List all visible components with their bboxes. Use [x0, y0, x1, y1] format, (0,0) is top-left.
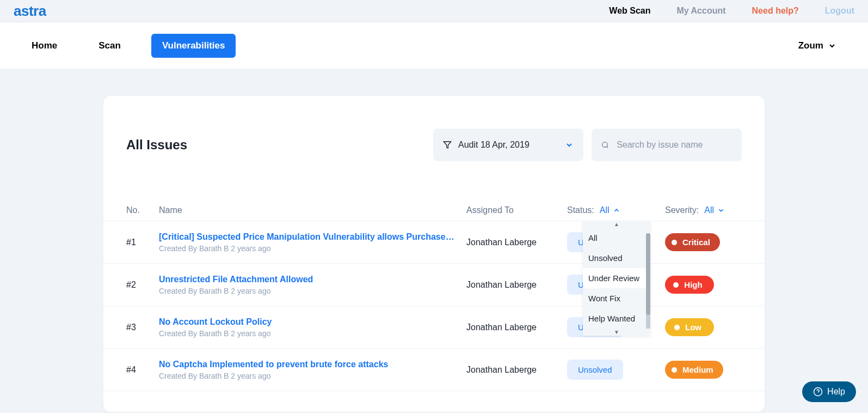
account-name: Zoum [798, 40, 823, 51]
dropdown-scrollbar[interactable] [646, 233, 650, 329]
severity-pill: Medium [665, 361, 723, 379]
svg-point-1 [602, 142, 607, 147]
dropdown-option[interactable]: Help Wanted [583, 308, 650, 329]
top-header: astra Web Scan My Account Need help? Log… [0, 0, 868, 22]
card-controls: Audit 18 Apr, 2019 [433, 129, 742, 161]
tab-scan[interactable]: Scan [88, 34, 132, 58]
issue-meta: Created By Barath B 2 years ago [159, 244, 455, 253]
issue-meta: Created By Barath B 2 years ago [159, 329, 455, 338]
chevron-up-icon [613, 206, 620, 214]
dropdown-option[interactable]: Under Review [583, 268, 650, 288]
assigned-to: Jonathan Laberge [466, 238, 567, 247]
table-header-row: No. Name Assigned To Status: All Severit… [103, 199, 765, 221]
row-number: #1 [126, 238, 159, 247]
scroll-down-arrow[interactable]: ▼ [583, 329, 650, 336]
status-label: Status: [567, 205, 594, 215]
assigned-to: Jonathan Laberge [466, 323, 567, 332]
severity-cell: High [665, 276, 741, 294]
nav-need-help[interactable]: Need help? [752, 6, 799, 16]
svg-line-2 [607, 147, 608, 148]
severity-pill: High [665, 276, 714, 294]
issues-card: All Issues Audit 18 Apr, 2019 No. Name A… [103, 96, 765, 412]
issue-meta: Created By Barath B 2 years ago [159, 287, 455, 295]
search-box[interactable] [592, 129, 742, 161]
severity-label: Severity: [665, 205, 699, 215]
chevron-down-icon [565, 141, 574, 149]
severity-pill: Critical [665, 233, 720, 251]
audit-filter-text: Audit 18 Apr, 2019 [458, 140, 530, 150]
severity-cell: Low [665, 318, 741, 336]
assigned-to: Jonathan Laberge [466, 280, 567, 290]
tab-home[interactable]: Home [21, 34, 68, 58]
assigned-to: Jonathan Laberge [466, 365, 567, 375]
chevron-down-icon [717, 206, 725, 214]
table-row[interactable]: #1 [Critical] Suspected Price Manipulati… [103, 221, 765, 264]
nav-my-account[interactable]: My Account [676, 6, 725, 16]
severity-cell: Critical [665, 233, 741, 251]
row-name-cell: No Captcha Implemented to prevent brute … [159, 360, 466, 380]
col-header-severity[interactable]: Severity: All [665, 205, 741, 215]
search-icon [601, 141, 609, 149]
search-input[interactable] [617, 140, 732, 150]
dropdown-scrollbar-thumb[interactable] [646, 233, 650, 315]
issue-title-link[interactable]: No Account Lockout Policy [159, 317, 455, 327]
help-button[interactable]: Help [802, 381, 856, 402]
table-row[interactable]: #4 No Captcha Implemented to prevent bru… [103, 349, 765, 391]
page-title: All Issues [126, 137, 187, 153]
row-number: #4 [126, 365, 159, 375]
nav-logout[interactable]: Logout [825, 6, 854, 16]
top-nav: Web Scan My Account Need help? Logout [609, 6, 854, 16]
severity-dot-icon [673, 282, 679, 288]
status-value: All [600, 205, 610, 215]
row-name-cell: [Critical] Suspected Price Manipulation … [159, 232, 466, 253]
dropdown-option[interactable]: All [583, 228, 650, 248]
status-filter-dropdown[interactable]: ▲ AllUnsolvedUnder ReviewWont FixHelp Wa… [583, 221, 650, 336]
severity-dot-icon [672, 367, 677, 373]
table-row[interactable]: #3 No Account Lockout Policy Created By … [103, 306, 765, 349]
row-name-cell: No Account Lockout Policy Created By Bar… [159, 317, 466, 338]
col-header-name: Name [159, 205, 466, 215]
col-header-assigned: Assigned To [466, 205, 567, 215]
row-number: #2 [126, 280, 159, 290]
status-cell: Unsolved [567, 360, 665, 380]
dropdown-option[interactable]: Unsolved [583, 248, 650, 268]
brand-logo: astra [14, 3, 46, 20]
issue-title-link[interactable]: No Captcha Implemented to prevent brute … [159, 360, 455, 369]
severity-value: All [704, 205, 714, 215]
scroll-up-arrow[interactable]: ▲ [583, 221, 650, 228]
severity-cell: Medium [665, 361, 741, 379]
severity-dot-icon [672, 240, 677, 245]
table-row[interactable]: #2 Unrestricted File Attachment Allowed … [103, 264, 765, 306]
chevron-down-icon [828, 41, 836, 50]
col-header-no: No. [126, 205, 159, 215]
col-header-status[interactable]: Status: All [567, 205, 665, 215]
issue-title-link[interactable]: Unrestricted File Attachment Allowed [159, 275, 455, 284]
help-label: Help [827, 387, 845, 397]
issue-title-link[interactable]: [Critical] Suspected Price Manipulation … [159, 232, 455, 242]
card-header: All Issues Audit 18 Apr, 2019 [103, 129, 765, 161]
severity-pill: Low [665, 318, 714, 336]
account-selector[interactable]: Zoum [798, 40, 847, 51]
audit-filter-dropdown[interactable]: Audit 18 Apr, 2019 [433, 129, 583, 161]
severity-dot-icon [674, 325, 680, 330]
filter-icon [443, 141, 452, 149]
svg-marker-0 [444, 142, 451, 148]
help-icon [813, 387, 823, 397]
dropdown-option[interactable]: Wont Fix [583, 288, 650, 308]
sub-header: Home Scan Vulnerabilities Zoum [0, 22, 868, 69]
status-pill[interactable]: Unsolved [567, 360, 623, 380]
row-number: #3 [126, 323, 159, 332]
issue-meta: Created By Barath B 2 years ago [159, 372, 455, 380]
nav-web-scan[interactable]: Web Scan [609, 6, 650, 16]
sub-nav: Home Scan Vulnerabilities [21, 34, 236, 58]
row-name-cell: Unrestricted File Attachment Allowed Cre… [159, 275, 466, 295]
tab-vulnerabilities[interactable]: Vulnerabilities [151, 34, 236, 58]
